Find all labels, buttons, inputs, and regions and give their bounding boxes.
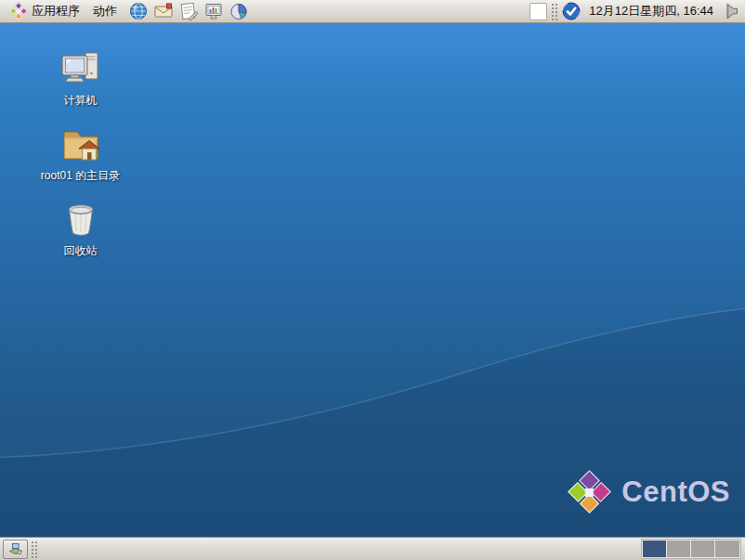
top-panel: 应用程序 动作: [0, 0, 745, 23]
envelope-icon: [153, 1, 174, 21]
volume-applet[interactable]: [722, 2, 741, 21]
presentation-launcher[interactable]: [203, 1, 225, 22]
applet-drag-handle[interactable]: [551, 3, 557, 20]
show-desktop-icon: [8, 541, 23, 556]
desktop-icon-computer[interactable]: 计算机: [22, 47, 138, 108]
desktop-icon-label: 回收站: [64, 245, 98, 258]
web-browser-launcher[interactable]: [127, 1, 150, 22]
workspace-1[interactable]: [643, 540, 667, 557]
blank-notification-applet[interactable]: [529, 3, 547, 20]
spreadsheet-launcher[interactable]: [228, 1, 250, 22]
actions-menu-label: 动作: [93, 3, 117, 20]
pie-chart-icon: [229, 1, 249, 21]
show-desktop-button[interactable]: [3, 540, 28, 559]
globe-icon: [128, 1, 149, 21]
document-pen-icon: [178, 1, 199, 21]
email-launcher[interactable]: [152, 1, 175, 22]
launcher-bar: [127, 1, 250, 22]
panel-drag-handle[interactable]: [31, 540, 37, 558]
desktop-icon-label: 计算机: [64, 95, 98, 108]
computer-icon: [59, 47, 103, 92]
centos-logo-icon: [568, 470, 611, 514]
bottom-panel: [0, 537, 745, 560]
window-list-area: [37, 538, 642, 560]
desktop-icon-column: 计算机 root01 的主目录 回收站: [22, 47, 138, 257]
trash-icon: [59, 198, 103, 242]
centos-menu-icon: [9, 2, 28, 20]
home-folder-icon: [59, 123, 103, 167]
applications-menu[interactable]: 应用程序: [4, 1, 86, 22]
centos-logo-text: CentOS: [621, 475, 730, 509]
desktop-surface[interactable]: 计算机 root01 的主目录 回收站: [0, 23, 745, 537]
update-check-icon: [562, 2, 581, 20]
word-processor-launcher[interactable]: [177, 1, 200, 22]
desktop-icon-trash[interactable]: 回收站: [22, 198, 138, 258]
workspace-3[interactable]: [691, 540, 715, 557]
centos-branding: CentOS: [569, 471, 730, 513]
workspace-4[interactable]: [715, 540, 739, 557]
update-notifier-applet[interactable]: [561, 2, 581, 21]
applications-menu-label: 应用程序: [32, 3, 80, 20]
workspace-switcher: [642, 540, 740, 558]
desktop-icon-home-folder[interactable]: root01 的主目录: [22, 123, 138, 183]
panel-right-applets: 12月12日星期四, 16:44: [529, 2, 741, 21]
presentation-icon: [203, 1, 224, 21]
desktop-icon-label: root01 的主目录: [41, 170, 120, 183]
actions-menu[interactable]: 动作: [86, 1, 124, 22]
workspace-2[interactable]: [667, 540, 691, 557]
speaker-icon: [723, 2, 741, 20]
clock-applet[interactable]: 12月12日星期四, 16:44: [584, 3, 718, 20]
